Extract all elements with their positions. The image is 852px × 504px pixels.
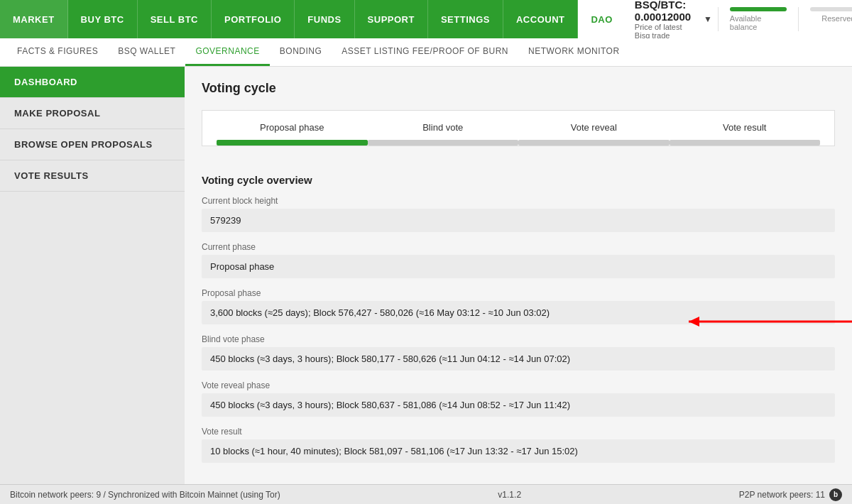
nav-buy-btc[interactable]: BUY BTC	[68, 0, 138, 38]
red-arrow-svg	[667, 311, 852, 332]
reserved-bar	[810, 7, 852, 11]
sub-nav: FACTS & FIGURES BSQ WALLET GOVERNANCE BO…	[0, 38, 852, 67]
subnav-asset-listing[interactable]: ASSET LISTING FEE/PROOF OF BURN	[332, 38, 518, 66]
price-panel: BSQ/BTC: 0.00012000 Price of latest Bisq…	[626, 0, 852, 38]
field-current-phase-label: Current phase	[202, 242, 835, 252]
top-nav: MARKET BUY BTC SELL BTC PORTFOLIO FUNDS …	[0, 0, 852, 38]
phase-proposal-bar	[217, 140, 368, 146]
overview-title: Voting cycle overview	[202, 174, 835, 186]
nav-funds[interactable]: FUNDS	[295, 0, 354, 38]
balance-reserved: Reserved	[798, 7, 852, 31]
available-bar	[730, 7, 787, 11]
field-vote-reveal-phase: Vote reveal phase 450 blocks (≈3 days, 3…	[202, 380, 835, 417]
page-title: Voting cycle	[202, 81, 835, 96]
field-proposal-phase: Proposal phase 3,600 blocks (≈25 days); …	[202, 288, 835, 324]
nav-portfolio[interactable]: PORTFOLIO	[212, 0, 295, 38]
status-right: P2P network peers: 11 b	[739, 488, 842, 501]
nav-support[interactable]: Support	[355, 0, 428, 38]
phase-vote-result-bar	[670, 140, 821, 146]
field-vote-reveal-value: 450 blocks (≈3 days, 3 hours); Block 580…	[202, 393, 835, 417]
field-current-phase-value: Proposal phase	[202, 255, 835, 278]
field-proposal-phase-label: Proposal phase	[202, 288, 835, 298]
sidebar: DASHBOARD MAKE PROPOSAL BROWSE OPEN PROP…	[0, 67, 185, 484]
balance-available: Available balance	[718, 7, 798, 31]
status-left: Bitcoin network peers: 9 / Synchronized …	[10, 490, 280, 500]
nav-market[interactable]: MARKET	[0, 0, 68, 38]
phase-blind-vote-label: Blind vote	[422, 122, 463, 133]
reserved-label: Reserved	[821, 14, 852, 23]
status-p2p: P2P network peers: 11	[739, 490, 825, 500]
field-block-height-label: Current block height	[202, 196, 835, 206]
phase-proposal-label: Proposal phase	[260, 122, 324, 133]
available-label: Available balance	[730, 14, 787, 31]
phase-proposal: Proposal phase	[217, 122, 368, 146]
sidebar-item-browse-proposals[interactable]: BROWSE OPEN PROPOSALS	[0, 129, 185, 160]
phase-vote-reveal-label: Vote reveal	[571, 122, 617, 133]
status-version: v1.1.2	[498, 490, 521, 500]
phase-blind-vote: Blind vote	[368, 122, 519, 146]
sidebar-item-dashboard[interactable]: DASHBOARD	[0, 67, 185, 98]
red-arrow-annotation	[667, 311, 852, 332]
field-blind-vote-label: Blind vote phase	[202, 334, 835, 344]
sidebar-item-make-proposal[interactable]: MAKE PROPOSAL	[0, 98, 185, 129]
main-layout: DASHBOARD MAKE PROPOSAL BROWSE OPEN PROP…	[0, 67, 852, 484]
price-value: BSQ/BTC: 0.00012000	[635, 0, 695, 23]
content-area: Voting cycle Proposal phase Blind vote V…	[185, 67, 852, 484]
subnav-governance[interactable]: GOVERNANCE	[185, 38, 269, 66]
nav-sell-btc[interactable]: SELL BTC	[138, 0, 212, 38]
phase-vote-result: Vote result	[670, 122, 821, 146]
nav-settings[interactable]: Settings	[428, 0, 503, 38]
field-block-height-value: 579239	[202, 209, 835, 232]
nav-account[interactable]: Account	[503, 0, 579, 38]
phase-blind-vote-bar	[368, 140, 519, 146]
phase-vote-reveal-bar	[518, 140, 670, 146]
field-vote-result-value: 10 blocks (≈1 hour, 40 minutes); Block 5…	[202, 439, 835, 463]
subnav-bsq-wallet[interactable]: BSQ WALLET	[108, 38, 185, 66]
bisq-logo-icon: b	[829, 488, 842, 501]
field-vote-result: Vote result 10 blocks (≈1 hour, 40 minut…	[202, 427, 835, 463]
svg-marker-1	[689, 317, 699, 327]
price-info: BSQ/BTC: 0.00012000 Price of latest Bisq…	[635, 0, 695, 40]
field-block-height: Current block height 579239	[202, 196, 835, 232]
nav-dao[interactable]: DAO	[578, 0, 626, 38]
price-label: Price of latest Bisq trade	[635, 23, 695, 40]
price-dropdown-icon[interactable]: ▼	[704, 14, 712, 24]
subnav-facts[interactable]: FACTS & FIGURES	[7, 38, 108, 66]
field-vote-reveal-label: Vote reveal phase	[202, 380, 835, 390]
phase-vote-result-label: Vote result	[723, 122, 766, 133]
field-vote-result-label: Vote result	[202, 427, 835, 437]
phase-vote-reveal: Vote reveal	[518, 122, 670, 146]
subnav-bonding[interactable]: BONDING	[270, 38, 332, 66]
sidebar-item-vote-results[interactable]: VOTE RESULTS	[0, 160, 185, 192]
balance-items: Available balance Reserved Locked	[718, 7, 852, 31]
field-blind-vote-phase: Blind vote phase 450 blocks (≈3 days, 3 …	[202, 334, 835, 371]
field-current-phase: Current phase Proposal phase	[202, 242, 835, 278]
field-blind-vote-value: 450 blocks (≈3 days, 3 hours); Block 580…	[202, 347, 835, 371]
status-bar: Bitcoin network peers: 9 / Synchronized …	[0, 484, 852, 504]
subnav-network-monitor[interactable]: NETWORK MONITOR	[518, 38, 630, 66]
phases-container: Proposal phase Blind vote Vote reveal Vo…	[202, 110, 835, 146]
